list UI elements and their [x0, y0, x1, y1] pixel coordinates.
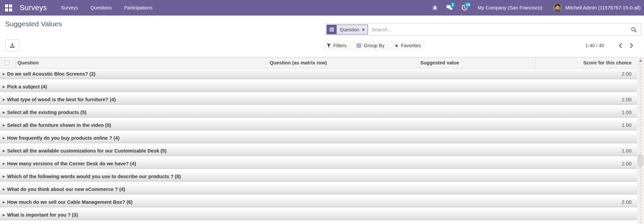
- pager-next-icon[interactable]: [628, 42, 635, 49]
- app-brand[interactable]: Surveys: [20, 3, 47, 12]
- filters-label: Filters: [333, 43, 346, 48]
- column-header-matrix-row[interactable]: Question (as matrix row): [270, 60, 327, 65]
- export-button[interactable]: [5, 39, 19, 52]
- search-input[interactable]: [368, 27, 631, 32]
- messages-badge: 2: [450, 2, 455, 7]
- group-row-label: Select all the existing products (5): [7, 110, 86, 115]
- group-row-score: 1.00: [622, 122, 632, 128]
- table-row[interactable]: ▶ Select all the existing products (5) 1…: [0, 107, 637, 118]
- column-divider: [535, 57, 535, 68]
- download-icon: [9, 43, 15, 48]
- caret-right-icon: ▶: [3, 136, 7, 140]
- group-row-label: How many versions of the Corner Desk do …: [7, 161, 136, 166]
- scrollbar-thumb[interactable]: [638, 154, 643, 167]
- caret-right-icon: ▶: [3, 200, 7, 204]
- surveys-app-window: Surveys Surveys Questions Participations: [0, 0, 644, 224]
- page-title: Suggested Values: [5, 20, 62, 28]
- pager: 1-40 / 40: [585, 40, 635, 51]
- user-name-label: Mitchell Admin (11576767-15-0-all): [565, 5, 641, 10]
- pager-range[interactable]: 1-40 / 40: [585, 43, 604, 48]
- search-icon[interactable]: [631, 27, 637, 33]
- table-row[interactable]: ▶ What type of wood is the best for furn…: [0, 94, 637, 105]
- favorites-button[interactable]: ★ Favorites: [395, 43, 421, 48]
- caret-right-icon: ▶: [3, 98, 7, 101]
- caret-right-icon: ▶: [3, 175, 7, 178]
- filters-button[interactable]: Filters: [327, 43, 346, 48]
- messages-icon[interactable]: 2: [446, 4, 453, 11]
- caret-right-icon: ▶: [3, 188, 7, 191]
- table-row[interactable]: ▶ Select all the available customization…: [0, 145, 637, 156]
- group-row-label: Pick a subject (4): [7, 84, 47, 89]
- group-row-score: 1.00: [622, 109, 632, 115]
- table-row[interactable]: ▶ Which of the following words would you…: [0, 171, 637, 182]
- search-bar: Question ×: [325, 23, 641, 36]
- group-row-label: What is important for you ? (3): [7, 212, 78, 218]
- group-row-label: How frequently do you buy products onlin…: [7, 135, 120, 141]
- search-options-bar: Filters Group By ★ Favorites: [323, 40, 425, 51]
- caret-right-icon: ▶: [3, 72, 7, 76]
- star-icon: ★: [395, 44, 399, 48]
- table-row[interactable]: ▶ What do you think about our new eComme…: [0, 184, 637, 195]
- table-row[interactable]: ▶ How frequently do you buy products onl…: [0, 133, 637, 143]
- table-row[interactable]: ▶ Select all the furniture shown in the …: [0, 120, 637, 131]
- nav-item-surveys[interactable]: Surveys: [61, 5, 78, 10]
- group-by-facet-icon: [327, 25, 337, 34]
- favorites-label: Favorites: [401, 43, 421, 48]
- group-by-label: Group By: [364, 43, 384, 48]
- caret-right-icon: ▶: [3, 85, 7, 88]
- column-divider: [418, 57, 419, 68]
- group-row-score: 2.00: [622, 71, 632, 77]
- column-divider: [266, 57, 266, 68]
- column-header-score[interactable]: Score for this choice: [583, 60, 632, 65]
- group-row-score: 2.00: [622, 161, 632, 166]
- column-divider: [16, 57, 16, 68]
- caret-right-icon: ▶: [3, 123, 7, 127]
- facet-value: Question ×: [337, 25, 368, 34]
- group-by-button[interactable]: Group By: [357, 43, 384, 48]
- user-menu[interactable]: Mitchell Admin (11576767-15-0-all): [553, 3, 641, 12]
- group-row-label: Select all the available customizations …: [7, 148, 166, 153]
- select-all-checkbox[interactable]: [5, 60, 9, 65]
- group-row-label: How much do we sell our Cable Management…: [7, 199, 132, 205]
- top-navbar: Surveys Surveys Questions Participations: [0, 0, 644, 16]
- table-row[interactable]: ▶ Pick a subject (4): [0, 81, 637, 92]
- group-row-score: 2.00: [622, 96, 632, 102]
- group-row-label: Select all the furniture shown in the vi…: [7, 122, 111, 128]
- search-facet-question: Question ×: [327, 25, 368, 34]
- group-row-score: 2.00: [622, 199, 632, 205]
- debug-bug-icon[interactable]: [431, 4, 438, 11]
- table-row[interactable]: ▶ What is important for you ? (3): [0, 209, 637, 220]
- caret-right-icon: ▶: [3, 213, 7, 217]
- nav-item-questions[interactable]: Questions: [90, 5, 112, 10]
- nav-item-participations[interactable]: Participations: [124, 5, 153, 10]
- caret-right-icon: ▶: [3, 149, 7, 152]
- caret-right-icon: ▶: [3, 111, 7, 114]
- table-row[interactable]: ▶ How much do we sell our Cable Manageme…: [0, 197, 637, 207]
- group-by-icon: [357, 44, 361, 48]
- table-row[interactable]: ▶ How many versions of the Corner Desk d…: [0, 158, 637, 169]
- pager-previous-icon[interactable]: [617, 42, 623, 49]
- vertical-scrollbar[interactable]: [637, 57, 644, 224]
- table-header: Question Question (as matrix row) Sugges…: [0, 57, 637, 68]
- scroll-up-icon[interactable]: [639, 59, 642, 62]
- caret-right-icon: ▶: [3, 162, 7, 165]
- column-header-question[interactable]: Question: [18, 60, 39, 65]
- group-row-score: 1.00: [622, 148, 632, 153]
- table-row[interactable]: ▶ Do we sell Acoustic Bloc Screens? (2) …: [0, 68, 637, 79]
- group-row-label: Which of the following words would you u…: [7, 174, 181, 179]
- group-row-label: Do we sell Acoustic Bloc Screens? (2): [7, 71, 95, 77]
- activity-badge: 19: [465, 2, 471, 7]
- facet-remove-icon[interactable]: ×: [362, 27, 365, 32]
- column-header-suggested-value[interactable]: Suggested value: [420, 60, 459, 65]
- navbar-left: Surveys Surveys Questions Participations: [0, 3, 165, 12]
- table-body: ▶ Do we sell Acoustic Bloc Screens? (2) …: [0, 68, 637, 222]
- funnel-icon: [327, 44, 331, 48]
- navbar-right: 2 19 My Company (San Francisco): [424, 3, 644, 12]
- user-avatar: [553, 3, 562, 12]
- facet-label: Question: [340, 27, 359, 32]
- apps-menu-icon[interactable]: [5, 4, 13, 11]
- group-row-label: What type of wood is the best for furnit…: [7, 97, 116, 102]
- group-row-label: What do you think about our new eCommerc…: [7, 187, 125, 192]
- activity-clock-icon[interactable]: 19: [461, 4, 468, 11]
- company-switcher[interactable]: My Company (San Francisco): [478, 5, 542, 10]
